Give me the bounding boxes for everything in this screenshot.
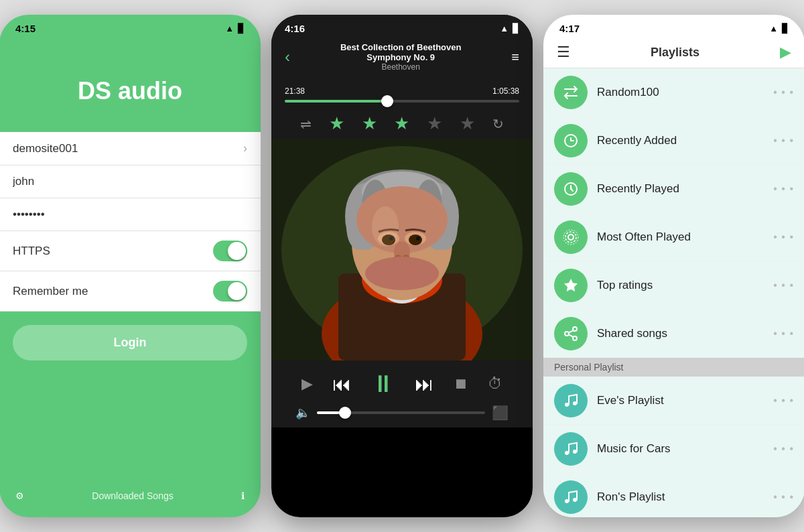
shared-songs-menu[interactable]: • • • [773, 328, 794, 340]
volume-row: 🔈 ⬛ [291, 405, 513, 421]
prev-button[interactable]: ⏮ [332, 373, 351, 395]
most-often-played-label: Most Often Played [597, 230, 773, 244]
top-ratings-label: Top ratings [597, 279, 773, 292]
rons-playlist-label: Ron's Playlist [597, 490, 773, 504]
svg-point-36 [565, 403, 569, 407]
status-bar-3: 4:17 ▲ ▊ [543, 15, 804, 37]
artist-name: Beethoven [340, 62, 462, 72]
random100-menu[interactable]: • • • [773, 86, 794, 98]
random100-icon [554, 76, 588, 109]
queue-button[interactable]: ≡ [511, 50, 519, 65]
username-input[interactable] [13, 142, 243, 155]
top-ratings-icon [554, 269, 588, 302]
controls-row: ▶ ⏮ ⏸ ⏭ ⏹ ⏱ [291, 370, 513, 398]
music-for-cars-menu[interactable]: • • • [773, 443, 794, 455]
recently-played-menu[interactable]: • • • [773, 183, 794, 195]
login-button[interactable]: Login [13, 325, 247, 360]
login-form: › HTTPS Remember me [0, 132, 261, 312]
player-top-bar: 4:16 ▲ ▊ ‹ Best Collection of Beethoven … [271, 15, 533, 80]
recently-played-icon [554, 172, 588, 206]
rons-playlist-icon [554, 480, 588, 514]
recently-added-label: Recently Added [597, 134, 773, 147]
svg-point-31 [565, 232, 576, 243]
current-time: 21:38 [285, 86, 305, 96]
svg-point-35 [573, 336, 577, 340]
wifi-icon-3: ▲ [769, 23, 778, 34]
progress-bar[interactable] [285, 100, 519, 103]
https-toggle[interactable] [213, 241, 247, 261]
status-icons-1: ▲ ▊ [225, 23, 245, 34]
recently-added-menu[interactable]: • • • [773, 135, 794, 147]
rating-row: ⇌ ★ ★ ★ ★ ★ ↻ [271, 108, 533, 139]
svg-point-38 [565, 451, 569, 455]
shared-songs-label: Shared songs [597, 327, 773, 340]
rons-playlist-menu[interactable]: • • • [773, 491, 794, 503]
server-field[interactable] [0, 165, 261, 198]
star-2[interactable]: ★ [362, 113, 377, 134]
stop-button[interactable]: ⏹ [454, 375, 468, 393]
playlist-item-random100[interactable]: Random100 • • • [543, 68, 804, 117]
svg-point-33 [573, 327, 577, 331]
username-field[interactable]: › [0, 132, 261, 165]
volume-low-icon: 🔈 [295, 405, 310, 420]
shuffle-button[interactable]: ⇌ [300, 116, 312, 132]
wifi-icon: ▲ [225, 23, 234, 34]
volume-fill [317, 411, 342, 414]
most-often-played-menu[interactable]: • • • [773, 231, 794, 243]
player-phone: 4:16 ▲ ▊ ‹ Best Collection of Beethoven … [271, 15, 533, 517]
airplay-button[interactable]: ⬛ [492, 405, 509, 421]
section-label: Personal Playlist [554, 362, 624, 373]
play-all-button[interactable]: ▶ [780, 44, 791, 61]
album-art [271, 139, 533, 360]
chevron-right-icon: › [243, 141, 247, 155]
svg-point-22 [416, 237, 420, 241]
playlist-item-recently-played[interactable]: Recently Played • • • [543, 165, 804, 213]
star-4[interactable]: ★ [427, 113, 442, 134]
svg-point-37 [573, 401, 577, 405]
eves-playlist-icon [554, 384, 588, 417]
playlist-item-recently-added[interactable]: Recently Added • • • [543, 117, 804, 165]
back-button[interactable]: ‹ [285, 48, 290, 66]
star-3[interactable]: ★ [394, 113, 409, 134]
playlists-header: ☰ Playlists ▶ [543, 37, 804, 68]
repeat-button[interactable]: ↻ [492, 116, 504, 132]
volume-thumb[interactable] [339, 407, 351, 419]
pause-button[interactable]: ⏸ [371, 370, 395, 398]
playlist-item-cars[interactable]: Music for Cars • • • [543, 425, 804, 473]
shared-songs-icon [554, 317, 588, 350]
settings-icon[interactable]: ⚙ [15, 490, 24, 501]
star-5[interactable]: ★ [460, 113, 475, 134]
collection-title: Best Collection of Beethoven [340, 42, 462, 52]
password-input[interactable] [13, 208, 247, 221]
playlist-item-shared-songs[interactable]: Shared songs • • • [543, 310, 804, 358]
info-icon[interactable]: ℹ [241, 490, 245, 501]
most-often-played-icon [554, 220, 588, 254]
eves-playlist-menu[interactable]: • • • [773, 395, 794, 407]
progress-thumb[interactable] [381, 95, 393, 107]
time-2: 4:16 [285, 23, 305, 34]
star-1[interactable]: ★ [329, 113, 344, 134]
eves-playlist-label: Eve's Playlist [597, 394, 773, 407]
playlist-item-top-ratings[interactable]: Top ratings • • • [543, 261, 804, 310]
volume-bar[interactable] [317, 411, 485, 414]
timer-button[interactable]: ⏱ [488, 375, 503, 393]
time-3: 4:17 [559, 23, 580, 34]
playlist-item-eves[interactable]: Eve's Playlist • • • [543, 377, 804, 425]
downloaded-songs-label: Downloaded Songs [92, 490, 173, 501]
now-playing-title: Best Collection of Beethoven Symphony No… [340, 42, 462, 72]
phone1-footer: ⚙ Downloaded Songs ℹ [0, 490, 261, 501]
password-field[interactable] [0, 198, 261, 231]
svg-point-41 [573, 498, 577, 502]
video-button[interactable]: ▶ [302, 375, 313, 393]
https-row: HTTPS [0, 231, 261, 271]
playlist-item-rons[interactable]: Ron's Playlist • • • [543, 473, 804, 517]
playlist-item-most-often-played[interactable]: Most Often Played • • • [543, 213, 804, 261]
next-button[interactable]: ⏭ [415, 373, 433, 395]
toggle-knob-2 [228, 282, 246, 300]
top-ratings-menu[interactable]: • • • [773, 279, 794, 291]
menu-button[interactable]: ☰ [557, 44, 570, 61]
recently-played-label: Recently Played [597, 182, 773, 196]
server-input[interactable] [13, 175, 247, 188]
remember-toggle[interactable] [213, 281, 247, 302]
svg-point-40 [565, 499, 569, 503]
